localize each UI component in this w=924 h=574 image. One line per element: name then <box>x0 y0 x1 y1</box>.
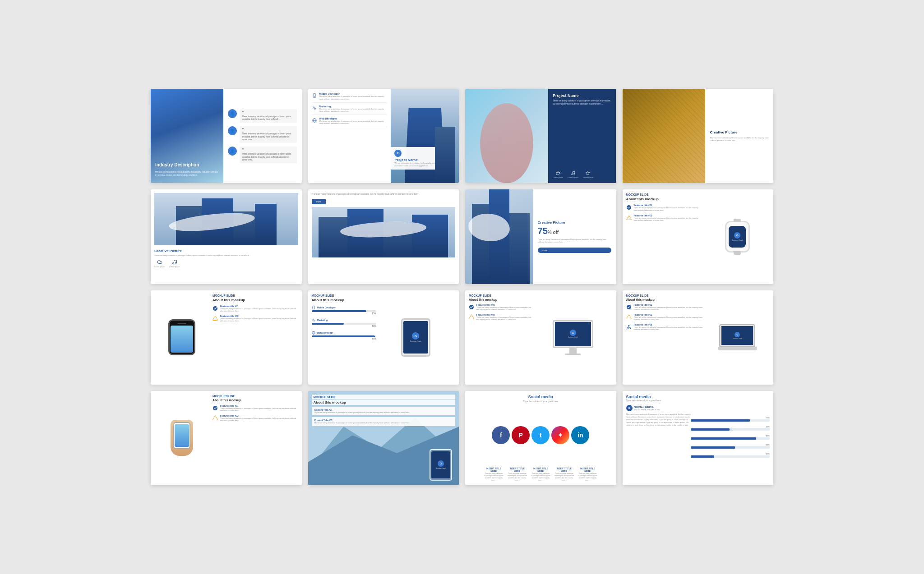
bar-3: Web Developer 98% <box>312 331 376 340</box>
slide-6-buildings <box>312 207 456 257</box>
feat2-desc-monitor: There are many variations of passages of… <box>476 316 533 321</box>
slide-7: Creative Picture 75% off There are many … <box>465 189 616 284</box>
slide-8-left: MOCKUP SLIDE About this mockup Features … <box>626 193 705 280</box>
bar-track-sm-5 <box>691 455 770 458</box>
bar-label-1: Mobile Developer <box>312 306 376 309</box>
social-title-4: INSERT TITLE HERE <box>554 467 574 473</box>
icon-label-3: Lorem Ipsum <box>583 176 593 179</box>
slide-8-subtitle: About this mockup <box>626 197 702 201</box>
feature-text-1-watch: Features title #01 There are many variat… <box>634 204 702 211</box>
slide-9-right: MOCKUP SLIDE About this mockup Features … <box>209 294 298 381</box>
slide-8-label: MOCKUP SLIDE <box>626 193 702 196</box>
watch-screen: G Business Graph <box>729 226 746 248</box>
bar-sm-pct-3: 83% <box>766 435 770 437</box>
instagram-circle: ✦ <box>551 426 569 444</box>
slide-6-top: There are many variations of passages of… <box>312 193 456 204</box>
role-item-3: Web Developer There are many variations … <box>312 117 388 127</box>
feature-2-monitor: Features title #02 There are many variat… <box>469 313 533 321</box>
twitter-circle: t <box>531 426 550 444</box>
icon-item-1: Lorem Ipsum <box>553 171 563 179</box>
slide-15-subtitle: Type the subtitle of your great here <box>469 400 613 403</box>
percent-suffix: % off <box>548 230 559 235</box>
bar-pct-3: 98% <box>312 338 376 340</box>
social-title-5: INSERT TITLE HERE <box>578 467 597 473</box>
slide-3-info: Project Name There are many variations o… <box>548 89 616 183</box>
feature-text-2-phone: Features title #02 There are many variat… <box>220 315 298 322</box>
svg-point-8 <box>571 174 573 175</box>
slide-12-label: MOCKUP SLIDE <box>626 294 705 297</box>
marketing-icon <box>312 106 317 111</box>
watch-label: Business Graph <box>732 239 743 241</box>
more-button-7[interactable]: more <box>538 248 612 253</box>
slide-5-text: Creative Picture There are many variatio… <box>154 248 298 269</box>
more-button-6[interactable]: more <box>312 199 326 204</box>
feature-2-phone: Features title #02 There are many variat… <box>213 315 298 322</box>
bar-info-sm-1: 75% <box>691 417 770 419</box>
slide-12-left: MOCKUP SLIDE About this mockup Features … <box>626 294 705 381</box>
feature-icon-2-hand <box>213 414 218 420</box>
slide-3-icons: Lorem Ipsum Lorem Ipsum Lorem Ipsum <box>553 171 612 179</box>
slide-7-body: There are many variations of passages of… <box>538 238 612 243</box>
slide-14-label: MOCKUP SLIDE <box>312 395 456 400</box>
feat1-desc-hand: There are many variations of passages of… <box>220 407 298 412</box>
bar-track-sm-1 <box>691 419 770 422</box>
slide-9: MOCKUP SLIDE About this mockup Features … <box>151 290 302 385</box>
bar-info-sm-4: 56% <box>691 444 770 446</box>
slide-16-g-subtitle: SOCiAl MEDIA SPECIAL SLIDE <box>634 409 660 411</box>
social-title-1: INSERT TITLE HERE <box>484 467 504 473</box>
bar-fill-sm-1 <box>691 419 750 422</box>
feat2-desc-phone: There are many variations of passages of… <box>220 317 298 322</box>
bar-sm-pct-5: 30% <box>766 453 770 455</box>
slide-10: MOCKUP SLIDE About this mockup Mobile De… <box>308 290 459 385</box>
pinterest-circle: P <box>512 426 530 444</box>
monitor-device: G Business Graph <box>553 320 593 355</box>
icon-label-1: Lorem Ipsum <box>553 176 563 179</box>
social-labels-row: INSERT TITLE HERE There are many variati… <box>469 467 613 482</box>
slide-7-title: Creative Picture <box>538 220 612 225</box>
slide-16-g-text: SOCIAL MEDIA SOCiAl MEDIA SPECIAL SLIDE <box>634 406 660 411</box>
desk-photo <box>623 89 706 183</box>
feature-1-monitor: Features title #01 There are many variat… <box>469 303 533 311</box>
feature-text-1-monitor: Features title #01 There are many variat… <box>476 303 533 311</box>
laptop-base <box>718 347 757 350</box>
feature-icon-3-laptop <box>626 323 632 329</box>
role-desc-2: There are many variations of passages of… <box>319 108 388 113</box>
role-item-2: Marketing There are many variations of p… <box>312 105 388 115</box>
phone-device <box>168 319 195 355</box>
slide-3: Project Name There are many variations o… <box>465 89 616 183</box>
tablet-g-icon: G <box>412 332 419 340</box>
slide-11: MOCKUP SLIDE About this mockup Features … <box>465 290 616 385</box>
tablet-label: Business Graph <box>410 340 421 342</box>
svg-point-18 <box>627 327 628 329</box>
role-desc-1: There are many variations of passages of… <box>319 95 388 100</box>
feat2-desc-laptop: There are many variations of passages of… <box>634 316 705 321</box>
svg-rect-15 <box>312 306 314 309</box>
slide-4-body: There are many variations of lorem ipsum… <box>710 137 769 142</box>
social-desc-2: There are many variations of passages of… <box>507 473 527 482</box>
bar-sm-5: 30% <box>691 453 770 458</box>
person-item-2: 👤 " There are many variations of passage… <box>228 126 297 143</box>
quote-text-2: There are many variations of passages of… <box>242 133 295 141</box>
slide-3-photo <box>465 89 548 183</box>
bar-fill-3 <box>312 335 375 337</box>
slide-3-title: Project Name <box>553 93 612 98</box>
percent-value: 75 <box>538 226 548 236</box>
slide-11-label: MOCKUP SLIDE <box>469 294 533 297</box>
percent-block: 75% off <box>538 226 612 236</box>
monitor-base <box>565 354 581 355</box>
slide-3-body: There are many variations of passages of… <box>553 100 612 106</box>
feat1-desc-watch: There are many variations of passages of… <box>634 207 702 211</box>
feature-icon-1-hand <box>213 404 218 410</box>
bar-sm-pct-1: 75% <box>766 417 770 419</box>
feat3-desc-laptop: There are many variations of passages of… <box>634 326 705 331</box>
avatar-2: 👤 <box>228 126 237 135</box>
bldg-6-1 <box>319 217 347 257</box>
bldg-6-4 <box>412 215 448 257</box>
bar-fill-sm-2 <box>691 428 730 431</box>
role-text-1: Mobile Developer There are many variatio… <box>319 92 388 100</box>
slide-13-label: MOCKUP SLIDE <box>213 395 298 398</box>
quote-text-1: There are many variations of passages of… <box>242 115 295 121</box>
feature-text-2-watch: Features title #02 There are many variat… <box>634 214 702 222</box>
monitor-outer: G Business Graph <box>553 320 593 348</box>
slide-5-icon-label-1: Lorem Ipsum <box>154 266 165 268</box>
